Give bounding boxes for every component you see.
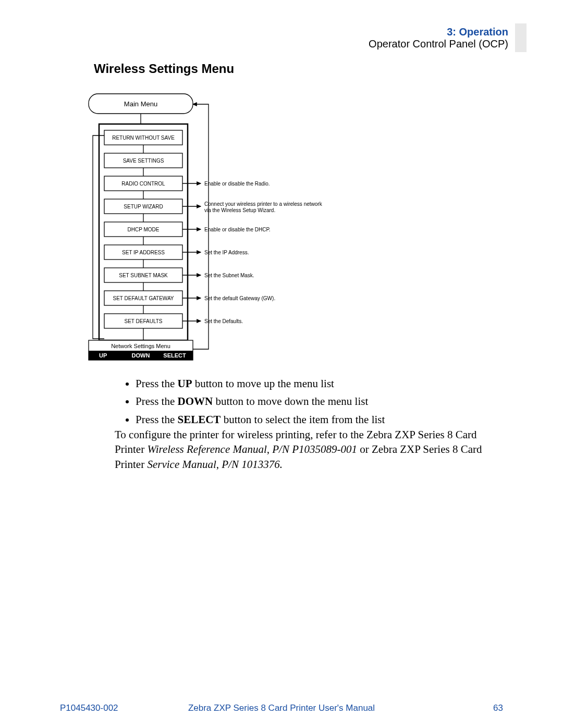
menu-item-desc: Set the IP Address. xyxy=(204,250,249,255)
menu-item-desc: Set the Subnet Mask. xyxy=(204,273,254,278)
menu-item-label: SAVE SETTINGS xyxy=(123,158,164,164)
chapter-label: 3: Operation xyxy=(369,26,508,38)
menu-item-desc: Connect your wireless printer to a wirel… xyxy=(204,201,323,207)
menu-flow-diagram: Main Menu RETURN WITHOUT SAVESAVE SETTIN… xyxy=(83,89,448,365)
menu-item-label: SET DEFAULT GATEWAY xyxy=(113,295,174,301)
header-tab xyxy=(515,23,527,52)
menu-item-label: RETURN WITHOUT SAVE xyxy=(112,135,175,141)
menu-item-label: DHCP MODE xyxy=(128,227,160,232)
menu-item-desc: Set the default Gateway (GW). xyxy=(204,295,275,301)
menu-item-desc: Enable or disable the Radio. xyxy=(204,181,270,187)
menu-item-label: SET SUBNET MASK xyxy=(119,273,168,278)
menu-item-label: SET DEFAULTS xyxy=(125,318,163,324)
footer-title: Zebra ZXP Series 8 Card Printer User's M… xyxy=(60,703,503,713)
section-label: Operator Control Panel (OCP) xyxy=(369,38,508,50)
page-header: 3: Operation Operator Control Panel (OCP… xyxy=(369,26,508,50)
page-title: Wireless Settings Menu xyxy=(94,61,234,76)
instruction-list: Press the UP button to move up the menu … xyxy=(115,376,385,429)
menu-item-desc: Set the Defaults. xyxy=(204,318,243,324)
diagram-btn-select: SELECT xyxy=(163,352,186,359)
config-paragraph: To configure the printer for wireless pr… xyxy=(115,427,500,472)
menu-item-desc: Enable or disable the DHCP. xyxy=(204,227,271,232)
diagram-btn-up: UP xyxy=(99,352,107,359)
diagram-main-menu: Main Menu xyxy=(124,100,157,108)
diagram-btn-down: DOWN xyxy=(132,352,150,359)
diagram-bottom-label: Network Settings Menu xyxy=(111,343,170,349)
menu-item-label: SETUP WIZARD xyxy=(124,204,163,209)
menu-item-label: SET IP ADDRESS xyxy=(122,250,165,255)
menu-item-desc: via the Wireless Setup Wizard. xyxy=(204,207,275,213)
footer-pagenum: 63 xyxy=(493,703,503,713)
page: 3: Operation Operator Control Panel (OCP… xyxy=(0,0,563,728)
instruction-item: Press the DOWN button to move down the m… xyxy=(136,393,385,409)
menu-item-label: RADIO CONTROL xyxy=(121,181,165,187)
instruction-item: Press the SELECT button to select the it… xyxy=(136,412,385,427)
instruction-item: Press the UP button to move up the menu … xyxy=(136,376,385,391)
